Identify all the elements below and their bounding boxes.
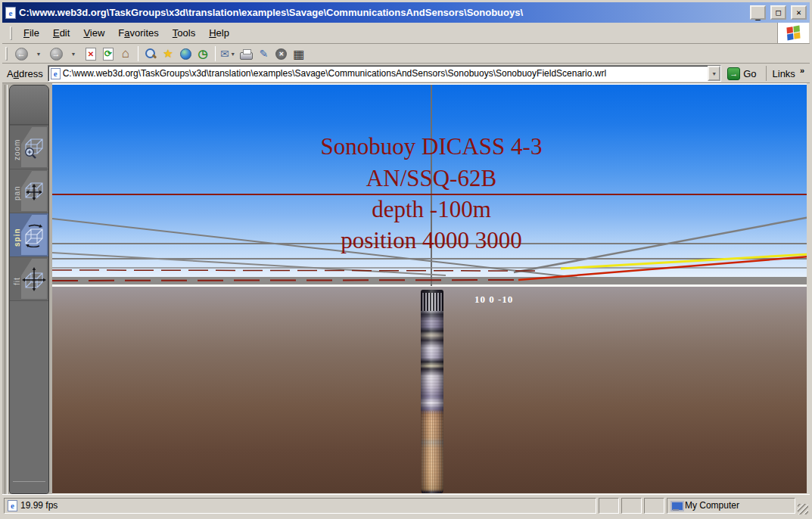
sonobuoy-position-label: 10 0 -10 bbox=[474, 294, 513, 306]
print-button[interactable] bbox=[238, 45, 255, 62]
back-button[interactable]: ← bbox=[13, 45, 30, 62]
status-empty-pane bbox=[644, 498, 664, 514]
toolbar-grip[interactable] bbox=[5, 47, 8, 61]
zoom-cube-icon bbox=[21, 127, 47, 167]
back-dropdown[interactable]: ▼ bbox=[30, 45, 47, 62]
mail-icon: ✉ bbox=[220, 48, 229, 60]
edit-button[interactable]: ✎ bbox=[256, 45, 272, 62]
stop-button[interactable]: ✕ bbox=[82, 45, 99, 62]
forward-button[interactable]: → bbox=[48, 45, 64, 62]
menu-favorites[interactable]: Favorites bbox=[111, 24, 165, 42]
my-computer-icon bbox=[670, 501, 682, 511]
scene-title-line-2: AN/SSQ-62B bbox=[366, 165, 496, 192]
vrml-toolbar: zoom pan bbox=[2, 83, 52, 497]
ie-page-icon: e bbox=[5, 7, 16, 19]
address-label: Address bbox=[5, 68, 48, 79]
links-bar[interactable]: Links » bbox=[766, 66, 807, 81]
sonobuoy-mesh-texture bbox=[421, 411, 443, 493]
history-clock-icon: ◷ bbox=[198, 47, 207, 61]
favorites-star-icon: ★ bbox=[163, 47, 173, 61]
go-label: Go bbox=[743, 68, 756, 79]
fps-value: 19.99 fps bbox=[20, 500, 58, 511]
windows-logo bbox=[777, 23, 809, 43]
media-globe-icon bbox=[180, 48, 191, 60]
status-zone-pane: My Computer bbox=[667, 498, 795, 514]
menu-tools[interactable]: Tools bbox=[166, 24, 202, 42]
vrml-panel-header bbox=[10, 85, 48, 125]
zone-label: My Computer bbox=[685, 500, 739, 511]
scene-title-line-1: Sonobuoy DICASS 4-3 bbox=[321, 133, 543, 160]
browser-window: { "titlebar": { "title": "C:\\www.web3d.… bbox=[0, 0, 812, 519]
maximize-button[interactable]: □ bbox=[770, 5, 786, 20]
chevron-down-icon: ▼ bbox=[711, 71, 718, 76]
grid-tool-button[interactable]: ▦ bbox=[291, 45, 307, 62]
chevron-down-icon: ▼ bbox=[35, 51, 42, 57]
chevron-down-icon: ▼ bbox=[70, 51, 77, 57]
print-icon bbox=[240, 52, 253, 60]
close-button[interactable]: ✕ bbox=[791, 5, 807, 20]
refresh-button[interactable]: ⟳ bbox=[100, 45, 117, 62]
menu-grip[interactable] bbox=[10, 26, 12, 40]
browser-toolbar: ← ▼ → ▼ ✕ ⟳ ⌂ ★ ◷ ✉▼ ✎ ✕ ▦ bbox=[2, 45, 810, 64]
menu-help[interactable]: Help bbox=[202, 24, 236, 42]
status-bar: e 19.99 fps My Computer bbox=[2, 494, 810, 517]
tool-zoom[interactable]: zoom bbox=[10, 125, 48, 169]
sonobuoy-model bbox=[421, 290, 443, 496]
vrml-tool-panel: zoom pan bbox=[9, 85, 49, 494]
tool-spin[interactable]: spin bbox=[10, 213, 48, 256]
history-button[interactable]: ◷ bbox=[194, 45, 211, 62]
media-button[interactable] bbox=[177, 45, 194, 62]
mail-button[interactable]: ✉▼ bbox=[219, 45, 238, 62]
minimize-button[interactable]: _ bbox=[750, 5, 766, 20]
vrml-panel-filler bbox=[10, 300, 48, 493]
favorites-button[interactable]: ★ bbox=[160, 45, 176, 62]
address-bar: Address e C:\www.web3d.org\TaskGroups\x3… bbox=[2, 64, 810, 83]
address-dropdown-button[interactable]: ▼ bbox=[708, 66, 720, 81]
forward-dropdown[interactable]: ▼ bbox=[65, 45, 82, 62]
search-button[interactable] bbox=[142, 45, 159, 62]
status-fps-pane: e 19.99 fps bbox=[4, 498, 596, 514]
menu-edit[interactable]: Edit bbox=[46, 24, 76, 42]
address-input[interactable]: e C:\www.web3d.org\TaskGroups\x3d\transl… bbox=[48, 65, 721, 82]
messenger-button[interactable]: ✕ bbox=[273, 45, 290, 62]
tool-zoom-label: zoom bbox=[10, 126, 21, 169]
chevron-right-icon: » bbox=[800, 66, 804, 75]
window-title: C:\www.web3d.org\TaskGroups\x3d\translat… bbox=[19, 7, 745, 18]
tool-fit-label: fit bbox=[10, 257, 21, 300]
fit-cube-icon bbox=[21, 259, 47, 299]
title-bar[interactable]: e C:\www.web3d.org\TaskGroups\x3d\transl… bbox=[2, 2, 810, 23]
status-empty-pane bbox=[621, 498, 642, 514]
forward-icon: → bbox=[50, 48, 63, 61]
go-arrow-icon: → bbox=[727, 67, 740, 80]
menu-view[interactable]: View bbox=[76, 24, 111, 42]
messenger-icon: ✕ bbox=[275, 48, 287, 60]
go-button[interactable]: → Go bbox=[725, 65, 761, 82]
tool-pan-label: pan bbox=[10, 169, 21, 213]
edit-pencil-icon: ✎ bbox=[260, 48, 269, 60]
ie-page-icon: e bbox=[51, 68, 61, 79]
links-label: Links bbox=[773, 68, 795, 79]
menu-bar: File Edit View Favorites Tools Help bbox=[2, 23, 810, 44]
home-icon: ⌂ bbox=[122, 46, 129, 61]
tool-fit[interactable]: fit bbox=[10, 256, 48, 300]
chevron-down-icon: ▼ bbox=[229, 51, 237, 57]
menu-file[interactable]: File bbox=[17, 24, 46, 42]
scene-title-line-3: depth -100m bbox=[372, 196, 491, 223]
scene-title-line-4: position 4000 3000 bbox=[341, 227, 521, 254]
home-button[interactable]: ⌂ bbox=[117, 45, 134, 62]
refresh-icon: ⟳ bbox=[103, 48, 114, 61]
resize-grip[interactable] bbox=[798, 504, 808, 514]
search-icon bbox=[145, 48, 157, 60]
spin-cube-icon bbox=[21, 215, 47, 255]
stop-icon: ✕ bbox=[86, 48, 96, 61]
status-empty-pane bbox=[599, 498, 619, 514]
content-area: zoom pan bbox=[2, 83, 810, 497]
toolbar-separator bbox=[215, 46, 216, 61]
toolbar-separator bbox=[138, 46, 138, 61]
pan-cube-icon bbox=[21, 171, 47, 211]
back-icon: ← bbox=[15, 48, 28, 61]
vrml-3d-viewport[interactable]: Sonobuoy DICASS 4-3 AN/SSQ-62B depth -10… bbox=[52, 83, 810, 497]
grid-icon: ▦ bbox=[293, 47, 304, 61]
tool-pan[interactable]: pan bbox=[10, 169, 48, 213]
address-value: C:\www.web3d.org\TaskGroups\x3d\translat… bbox=[63, 68, 705, 79]
